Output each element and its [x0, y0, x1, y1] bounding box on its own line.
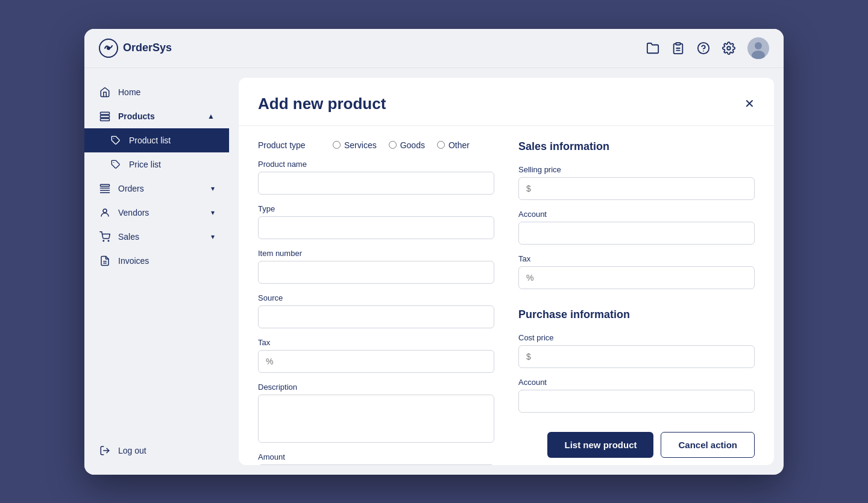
sidebar-item-product-list-label: Product list [129, 136, 171, 145]
field-source: Source [258, 293, 494, 328]
sales-icon [99, 231, 111, 243]
sidebar-sub-products: Product list Price list [84, 128, 229, 177]
source-input[interactable] [258, 305, 494, 328]
sidebar: Home Products ▲ [84, 68, 229, 475]
radio-options: Services Goods Other [333, 140, 470, 150]
type-label: Type [258, 204, 494, 213]
svg-point-21 [103, 240, 104, 242]
cancel-action-button[interactable]: Cancel action [661, 432, 755, 458]
cost-price-input[interactable] [518, 345, 755, 368]
svg-rect-11 [101, 112, 110, 114]
field-amount: Amount [258, 452, 494, 465]
field-product-name: Product name [258, 160, 494, 195]
radio-other[interactable]: Other [437, 140, 470, 150]
field-account-purchase: Account [518, 378, 755, 413]
list-new-product-button[interactable]: List new product [547, 432, 653, 458]
field-description: Description [258, 383, 494, 443]
radio-other-label: Other [448, 140, 470, 150]
selling-price-label: Selling price [518, 165, 755, 174]
sidebar-item-price-list-label: Price list [129, 160, 161, 169]
chevron-down-orders-icon: ▾ [211, 184, 215, 193]
sidebar-item-home[interactable]: Home [84, 80, 229, 104]
clipboard-icon[interactable] [671, 42, 685, 55]
app-container: OrderSys [84, 29, 784, 475]
description-input[interactable] [258, 395, 494, 443]
sidebar-item-sales[interactable]: Sales ▾ [84, 225, 229, 249]
sidebar-item-invoices[interactable]: Invoices [84, 249, 229, 273]
svg-rect-16 [101, 184, 110, 186]
settings-icon[interactable] [722, 42, 735, 55]
type-input[interactable] [258, 216, 494, 239]
radio-services-input[interactable] [333, 141, 341, 149]
help-icon[interactable] [697, 42, 710, 55]
chevron-down-sales-icon: ▾ [211, 233, 215, 241]
account-sales-input[interactable] [518, 222, 755, 245]
sidebar-item-orders[interactable]: Orders ▾ [84, 177, 229, 201]
tax-left-label: Tax [258, 338, 494, 347]
sidebar-item-price-list[interactable]: Price list [84, 152, 229, 177]
sidebar-item-vendors-label: Vendors [118, 208, 149, 217]
tax-left-input[interactable] [258, 350, 494, 373]
product-name-label: Product name [258, 160, 494, 169]
modal-header: Add new product ✕ [239, 78, 774, 126]
field-tax-sales: Tax [518, 254, 755, 289]
sidebar-item-orders-label: Orders [118, 184, 144, 193]
account-purchase-label: Account [518, 378, 755, 387]
field-cost-price: Cost price [518, 333, 755, 368]
amount-input[interactable] [258, 464, 494, 465]
svg-rect-13 [101, 118, 110, 120]
radio-goods-label: Goods [400, 140, 425, 150]
tax-sales-input[interactable] [518, 266, 755, 289]
close-button[interactable]: ✕ [744, 98, 755, 110]
content-area: Add new product ✕ Product type [229, 68, 784, 475]
modal-panel: Add new product ✕ Product type [239, 78, 774, 465]
radio-goods-input[interactable] [389, 141, 397, 149]
chevron-up-icon: ▲ [207, 112, 215, 120]
selling-price-input[interactable] [518, 177, 755, 200]
svg-point-9 [755, 42, 762, 49]
sales-section-title: Sales information [518, 140, 755, 153]
field-type: Type [258, 204, 494, 239]
radio-goods[interactable]: Goods [389, 140, 425, 150]
logout-icon [99, 445, 111, 457]
svg-point-7 [727, 46, 731, 50]
folder-icon[interactable] [646, 42, 659, 55]
sidebar-item-products-label: Products [118, 111, 155, 121]
orders-icon [99, 183, 111, 195]
field-tax-left: Tax [258, 338, 494, 373]
brand-name: OrderSys [123, 42, 172, 54]
radio-services-label: Services [344, 140, 377, 150]
avatar[interactable] [747, 37, 769, 59]
sidebar-item-product-list[interactable]: Product list [84, 128, 229, 152]
sidebar-item-logout[interactable]: Log out [84, 439, 229, 463]
radio-other-input[interactable] [437, 141, 445, 149]
field-account-sales: Account [518, 210, 755, 245]
product-name-input[interactable] [258, 172, 494, 195]
sidebar-item-invoices-label: Invoices [118, 256, 149, 266]
sidebar-item-home-label: Home [118, 87, 140, 97]
modal-body: Product type Services Goods [239, 126, 774, 465]
form-right: Sales information Selling price Account [518, 140, 755, 451]
tax-sales-label: Tax [518, 254, 755, 263]
svg-point-20 [103, 209, 107, 213]
description-label: Description [258, 383, 494, 392]
account-purchase-input[interactable] [518, 390, 755, 413]
sidebar-item-vendors[interactable]: Vendors ▾ [84, 201, 229, 225]
field-selling-price: Selling price [518, 165, 755, 200]
item-number-label: Item number [258, 249, 494, 258]
account-sales-label: Account [518, 210, 755, 219]
radio-services[interactable]: Services [333, 140, 377, 150]
topbar: OrderSys [84, 29, 784, 68]
brand-icon [99, 39, 118, 58]
svg-point-22 [108, 240, 109, 242]
sidebar-item-products[interactable]: Products ▲ [84, 104, 229, 128]
item-number-input[interactable] [258, 261, 494, 284]
vendors-icon [99, 207, 111, 219]
products-icon [99, 110, 111, 122]
purchase-section-title: Purchase information [518, 308, 755, 321]
svg-rect-12 [101, 115, 110, 117]
price-icon [110, 158, 122, 170]
svg-rect-2 [676, 42, 680, 45]
brand: OrderSys [99, 39, 172, 58]
tag-icon [110, 134, 122, 146]
